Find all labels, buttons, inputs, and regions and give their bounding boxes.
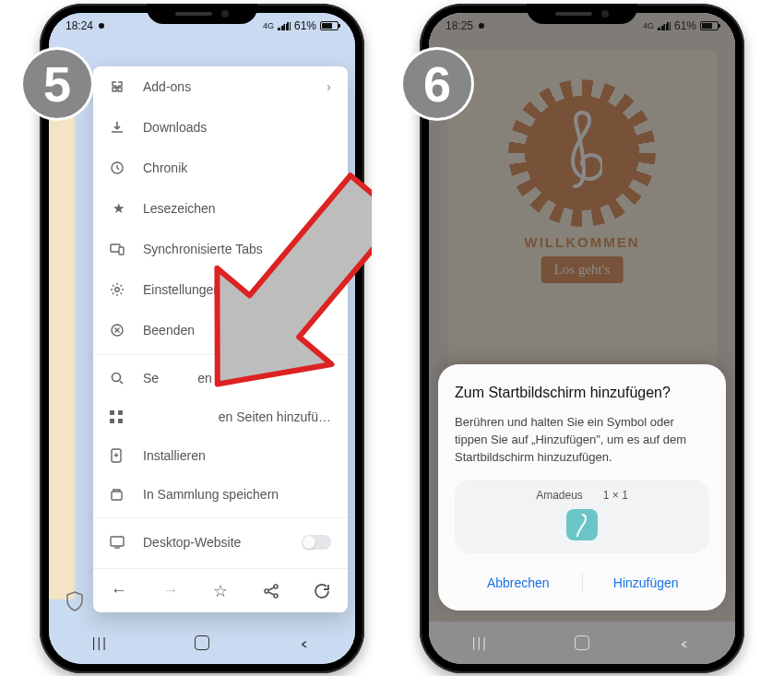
svg-rect-2: [119, 247, 124, 255]
gear-icon: [110, 282, 126, 297]
app-preview-card[interactable]: Amadeus 1 × 1: [455, 480, 709, 553]
svg-point-13: [265, 589, 268, 593]
svg-rect-8: [110, 419, 114, 423]
shield-icon[interactable]: [62, 587, 88, 616]
menu-item-bookmarks[interactable]: ★ Lesezeichen: [93, 188, 348, 229]
svg-rect-11: [112, 492, 122, 500]
star-icon: ★: [110, 200, 126, 217]
nav-recents[interactable]: [90, 634, 109, 652]
svg-rect-9: [118, 419, 123, 423]
bookmark-star-icon[interactable]: ☆: [213, 581, 228, 601]
menu-label: Lesezeichen: [143, 201, 331, 216]
app-size: 1 × 1: [603, 489, 628, 502]
chevron-right-icon: ›: [327, 79, 331, 94]
menu-item-history[interactable]: Chronik: [93, 148, 348, 188]
install-icon: [110, 448, 126, 463]
menu-label: Synchronisierte Tabs: [143, 242, 331, 256]
dialog-body: Berühren und halten Sie ein Symbol oder …: [455, 414, 709, 467]
browser-overflow-menu: Add-ons › Downloads Chronik: [93, 66, 348, 612]
status-battery: 61%: [674, 19, 696, 32]
menu-item-addons[interactable]: Add-ons ›: [93, 66, 348, 107]
search-icon: [110, 371, 126, 385]
step-badge-6: 6: [403, 50, 471, 118]
battery-icon: [700, 21, 719, 30]
menu-label-obscured: Sexxxxxxen: [143, 371, 331, 385]
android-nav-bar: [429, 622, 735, 664]
nav-back[interactable]: [675, 634, 694, 652]
notch: [527, 4, 637, 24]
dialog-title: Zum Startbildschirm hinzufügen?: [455, 385, 709, 401]
reload-icon[interactable]: [314, 583, 330, 599]
add-to-homescreen-dialog: Zum Startbildschirm hinzufügen? Berühren…: [438, 364, 726, 611]
svg-point-3: [115, 288, 119, 291]
menu-label: Installieren: [143, 448, 331, 463]
history-icon: [110, 160, 126, 175]
nav-home[interactable]: [193, 634, 211, 652]
menu-item-find[interactable]: Sexxxxxxen: [93, 359, 348, 397]
status-net-label: 4G: [643, 21, 654, 30]
status-time: 18:25: [445, 19, 473, 32]
menu-label: Beenden: [143, 323, 331, 338]
menu-item-save-collection[interactable]: In Sammlung speichern: [93, 475, 348, 514]
phone-step-6: 6 WILLKOMMEN Los geht's 18:25 4G 61%: [420, 4, 744, 673]
svg-point-5: [113, 374, 121, 382]
back-icon[interactable]: ←: [111, 581, 127, 600]
menu-item-top-sites[interactable]: en Seiten hinzufü…: [93, 397, 348, 436]
status-time: 18:24: [65, 19, 93, 32]
step-badge-5: 5: [23, 50, 91, 118]
menu-label: In Sammlung speichern: [143, 487, 331, 502]
svg-rect-12: [111, 537, 124, 546]
background-page-edge: [49, 70, 75, 599]
android-nav-bar: [49, 622, 355, 664]
menu-item-downloads[interactable]: Downloads: [93, 107, 348, 148]
phone-step-5: 5 18:24 4G 61%: [40, 4, 364, 673]
nav-back[interactable]: [295, 634, 314, 652]
menu-label: Chronik: [143, 160, 331, 175]
status-battery: 61%: [294, 19, 316, 32]
menu-label: Einstellungen: [143, 282, 331, 297]
menu-item-synced-tabs[interactable]: Synchronisierte Tabs: [93, 229, 348, 269]
grid-icon: [110, 410, 126, 423]
svg-rect-7: [118, 410, 123, 415]
nav-recents[interactable]: [470, 634, 489, 652]
cancel-button[interactable]: Abbrechen: [455, 568, 582, 598]
menu-item-quit[interactable]: Beenden: [93, 310, 348, 350]
menu-label: Add-ons: [143, 79, 310, 94]
svg-point-14: [274, 585, 278, 588]
desktop-site-toggle[interactable]: [302, 535, 331, 550]
battery-icon: [320, 21, 339, 30]
menu-label-obscured: en Seiten hinzufü…: [143, 409, 331, 424]
app-icon[interactable]: [566, 509, 598, 540]
menu-bottom-toolbar: ← → ☆: [93, 568, 348, 612]
signal-icon: [658, 21, 671, 30]
collection-icon: [110, 488, 126, 502]
svg-rect-6: [110, 410, 114, 415]
add-button[interactable]: Hinzufügen: [583, 568, 710, 598]
nav-home[interactable]: [573, 634, 591, 652]
menu-item-desktop-site[interactable]: Desktop-Website: [93, 522, 348, 563]
menu-item-settings[interactable]: Einstellungen: [93, 269, 348, 310]
signal-icon: [278, 21, 291, 30]
svg-point-15: [274, 594, 278, 598]
app-name: Amadeus: [536, 489, 583, 502]
notch: [147, 4, 257, 24]
menu-label: Downloads: [143, 120, 331, 135]
menu-label: Desktop-Website: [143, 535, 285, 550]
status-net-label: 4G: [263, 21, 274, 30]
download-icon: [110, 120, 126, 135]
menu-item-install[interactable]: Installieren: [93, 436, 348, 475]
devices-icon: [110, 243, 126, 255]
share-icon[interactable]: [263, 583, 279, 599]
desktop-icon: [110, 536, 126, 549]
forward-icon[interactable]: →: [161, 581, 178, 600]
close-circle-icon: [110, 323, 126, 338]
addons-icon: [110, 79, 126, 94]
